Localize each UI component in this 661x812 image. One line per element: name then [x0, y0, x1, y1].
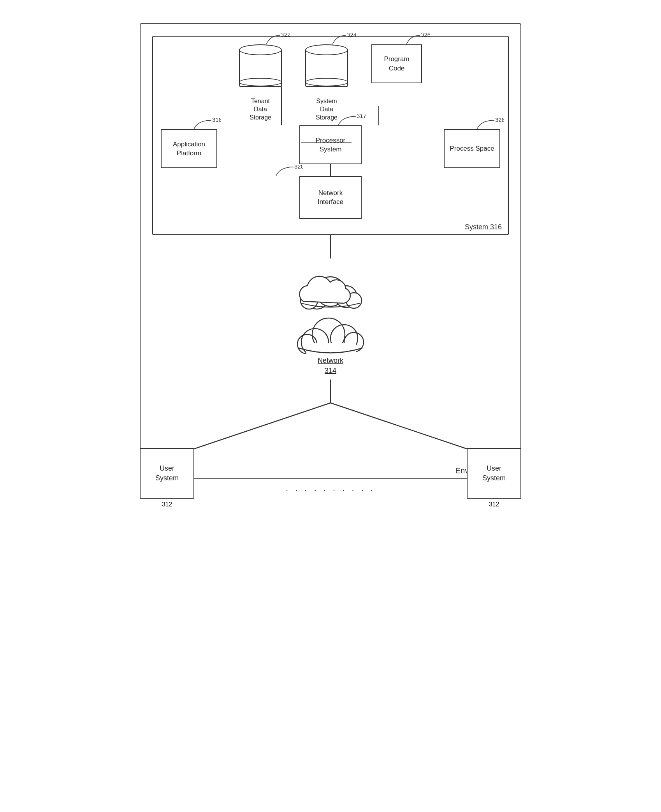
system-storage-ref-line: 324: [325, 33, 356, 45]
processor-ref-line: 317: [334, 114, 366, 126]
app-platform-wrapper: 318 Application Platform: [161, 129, 217, 168]
network-interface-label: Network Interface: [318, 188, 343, 207]
below-system: Network 314: [152, 235, 509, 459]
svg-text:324: 324: [347, 33, 356, 38]
svg-text:318: 318: [212, 118, 221, 123]
network-interface-ref-line: 320: [272, 165, 303, 177]
network-label: Network: [318, 356, 343, 366]
cyl-top: [239, 44, 282, 55]
tenant-storage-wrapper: 322 Tenant Data Storage: [239, 44, 282, 121]
dots: · · · · · · · · · ·: [286, 485, 375, 495]
middle-section: 318 Application Platform 317: [161, 125, 500, 219]
cloud-svg: [288, 266, 373, 313]
network-ref: 314: [318, 366, 343, 376]
user-system-right-label: User System: [482, 464, 506, 483]
svg-text:322: 322: [281, 33, 290, 38]
svg-line-30: [192, 403, 330, 450]
program-code-ref-line: 326: [399, 33, 430, 45]
cloud-svg-2: [284, 309, 377, 360]
process-space-ref-line: 328: [473, 118, 504, 130]
processor-system-box: Processor System: [299, 125, 362, 164]
user-system-left-wrapper: User System 312: [140, 448, 194, 509]
proc-to-netif-line: [330, 164, 331, 176]
system-box: 322 Tenant Data Storage 324: [152, 36, 509, 235]
cloud-wrapper: Network 314: [284, 266, 377, 375]
cloud-to-users-lines: [152, 380, 509, 459]
processor-system-wrapper: 317 Processor System: [299, 125, 362, 164]
cloud-label: Network 314: [318, 356, 343, 375]
svg-text:317: 317: [357, 114, 366, 119]
program-code-wrapper: 326 Program Code: [371, 44, 422, 121]
user-system-right-box: User System: [467, 448, 521, 499]
network-interface-box: Network Interface: [299, 176, 362, 219]
system-label-text: System 316: [465, 223, 502, 231]
netif-to-cloud-line: [330, 235, 331, 258]
user-system-right-ref: 312: [489, 500, 499, 509]
system-storage-wrapper: 324 System Data Storage: [305, 44, 348, 121]
user-system-left-box: User System: [140, 448, 194, 499]
branch-lines-svg: [152, 380, 509, 457]
center-column: 317 Processor System 320: [299, 125, 362, 219]
processor-system-label: Processor System: [316, 136, 346, 155]
svg-rect-28: [306, 343, 356, 357]
application-platform-box: Application Platform: [161, 129, 217, 168]
diagram-container: 322 Tenant Data Storage 324: [140, 23, 521, 509]
svg-text:328: 328: [495, 118, 504, 123]
process-space-label: Process Space: [450, 144, 494, 153]
cyl-body-2: [305, 50, 348, 87]
cyl-body: [239, 50, 282, 87]
cyl-bottom-ellipse-2: [305, 78, 348, 86]
tenant-storage-label: Tenant Data Storage: [250, 97, 271, 121]
cyl-bottom-ellipse: [239, 78, 282, 86]
user-system-right-wrapper: User System 312: [467, 448, 521, 509]
program-code-box: Program Code: [371, 44, 422, 83]
tenant-storage-cylinder: [239, 44, 282, 95]
user-system-left-label: User System: [155, 464, 179, 483]
process-space-wrapper: 328 Process Space: [444, 129, 500, 168]
environment-box: 322 Tenant Data Storage 324: [140, 23, 521, 479]
program-code-label: Program Code: [384, 54, 409, 73]
cyl-top-2: [305, 44, 348, 55]
system-label: System 316: [465, 223, 502, 231]
svg-line-31: [330, 403, 469, 450]
system-storage-cylinder: [305, 44, 348, 95]
app-platform-ref-line: 318: [190, 118, 221, 130]
svg-text:320: 320: [294, 165, 303, 170]
middle-row: 318 Application Platform 317: [161, 125, 500, 219]
network-interface-wrapper: 320 Network Interface: [299, 176, 362, 219]
bottom-row: User System 312 · · · · · · · · · · User…: [140, 448, 521, 509]
svg-text:326: 326: [421, 33, 430, 38]
storage-row: 322 Tenant Data Storage 324: [161, 44, 500, 121]
user-system-left-ref: 312: [162, 500, 172, 509]
tenant-ref-line: 322: [258, 33, 290, 45]
process-space-box: Process Space: [444, 129, 500, 168]
application-platform-label: Application Platform: [173, 140, 205, 158]
